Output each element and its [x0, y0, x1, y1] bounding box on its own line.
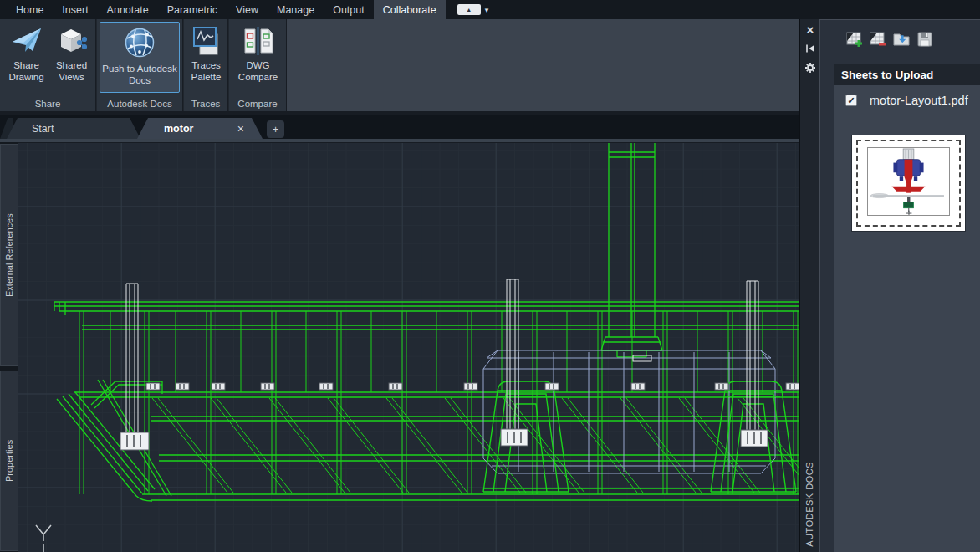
panel-toolbar [845, 30, 934, 49]
menu-parametric[interactable]: Parametric [158, 0, 227, 19]
menu-annotate[interactable]: Annotate [98, 0, 158, 19]
sheets-list: ✓ motor-Layout1.pdf [834, 85, 980, 552]
cube-share-icon [55, 24, 89, 58]
dwg-compare-icon [242, 24, 275, 58]
add-sheet-icon[interactable] [845, 30, 864, 49]
group-label-traces: Traces [184, 99, 227, 109]
ribbon-group-autodesk-docs: Push to Autodesk Docs Autodesk Docs [97, 19, 183, 111]
cad-wireframe-drawing [18, 143, 799, 552]
tab-motor[interactable]: motor × [137, 118, 263, 139]
share-drawing-button[interactable]: Share Drawing [4, 22, 48, 93]
layout-viewport [867, 147, 950, 216]
ribbon-display-toggle[interactable]: ▲ ▾ [457, 0, 489, 19]
ribbon-group-traces: Traces Palette Traces [184, 19, 228, 111]
ucs-icon [36, 525, 51, 552]
docs-panel-titlebar: × AUTODESK DOCS [799, 19, 819, 552]
open-folder-icon[interactable] [892, 30, 911, 49]
traces-palette-icon [191, 24, 222, 58]
group-label-share: Share [0, 99, 95, 109]
globe-icon [121, 24, 158, 61]
group-label-autodesk-docs: Autodesk Docs [97, 99, 182, 109]
sheet-checkbox[interactable]: ✓ [845, 95, 857, 106]
dwg-compare-button[interactable]: DWG Compare [234, 22, 282, 93]
shared-views-button[interactable]: Shared Views [49, 22, 94, 93]
menu-manage[interactable]: Manage [268, 0, 324, 19]
motor-preview-drawing [868, 148, 949, 215]
auto-hide-pin-icon[interactable] [800, 41, 820, 56]
menu-home[interactable]: Home [7, 0, 53, 19]
file-tabbar: Start motor × + [0, 115, 799, 142]
deck-clips [146, 383, 799, 390]
menu-output[interactable]: Output [324, 0, 374, 19]
sheets-to-upload-header: Sheets to Upload [834, 64, 980, 85]
menu-insert[interactable]: Insert [53, 0, 97, 19]
sheet-name: motor-Layout1.pdf [870, 94, 968, 107]
tab-start[interactable]: Start [7, 118, 140, 139]
autodesk-docs-panel: Sheets to Upload ✓ motor-Layout1.pdf [819, 19, 980, 552]
sidebar-tab-properties[interactable]: Properties [0, 371, 18, 551]
close-icon[interactable]: × [800, 22, 820, 37]
sheet-list-item[interactable]: ✓ motor-Layout1.pdf [834, 85, 980, 107]
sidebar-tab-external-references[interactable]: External References [0, 144, 18, 366]
new-tab-button[interactable]: + [267, 120, 284, 138]
menu-collaborate[interactable]: Collaborate [374, 0, 446, 19]
post-bases [120, 429, 768, 450]
paper-plane-icon [10, 24, 43, 58]
chevron-down-icon: ▾ [485, 6, 489, 14]
ribbon: Share Drawing Shared Views Share [0, 19, 799, 115]
remove-sheet-icon[interactable] [869, 30, 887, 49]
left-palette-rail: External References Properties [0, 142, 18, 552]
ribbon-group-share: Share Drawing Shared Views Share [0, 19, 96, 111]
sheet-thumbnail[interactable] [852, 135, 965, 231]
push-to-autodesk-docs-button[interactable]: Push to Autodesk Docs [100, 22, 180, 93]
drawing-canvas[interactable] [18, 142, 799, 552]
menubar: Home Insert Annotate Parametric View Man… [0, 0, 980, 19]
ribbon-group-compare: DWG Compare Compare [229, 19, 287, 111]
tab-close-icon[interactable]: × [237, 122, 244, 135]
menu-view[interactable]: View [227, 0, 268, 19]
gear-icon[interactable] [800, 60, 820, 75]
group-label-compare: Compare [229, 99, 286, 109]
traces-palette-button[interactable]: Traces Palette [186, 22, 227, 93]
hull-left-slope [57, 380, 171, 501]
save-icon[interactable] [916, 30, 934, 49]
ribbon-collapse-icon: ▲ [457, 4, 481, 15]
